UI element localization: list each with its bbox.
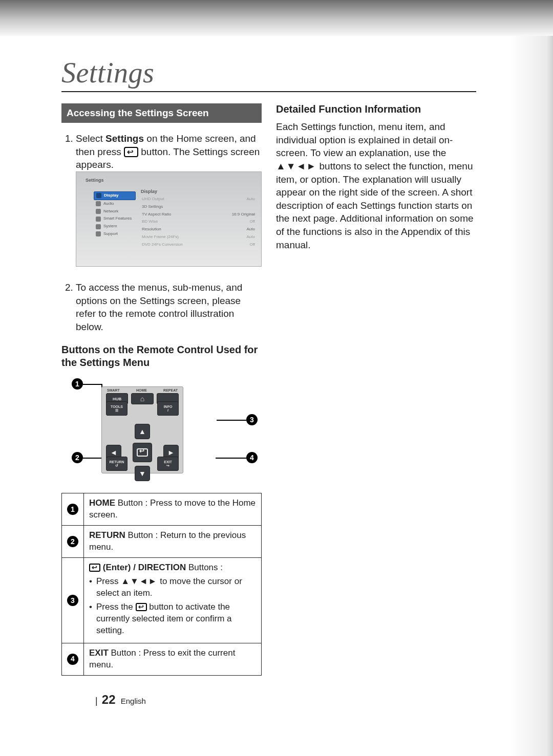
tv-row-label: TV Aspect Ratio [142, 212, 171, 218]
row-bold: HOME [89, 498, 115, 508]
tools-button: TOOLS☰ [106, 401, 127, 416]
tv-sidebar-label: Audio [103, 201, 114, 207]
row-text: Button : Press to exit the current menu. [89, 648, 235, 669]
callout-line [217, 420, 246, 421]
page-number: 22 [102, 693, 116, 706]
exit-button: EXIT↪ [157, 457, 179, 471]
page-shadow-top [0, 0, 553, 36]
row-number: 4 [67, 654, 78, 665]
table-row: 2 RETURN Button : Return to the previous… [62, 526, 262, 558]
tv-sidebar-item-support: Support [94, 230, 136, 238]
tv-row: BD WiseOff [141, 218, 256, 226]
label-smart: SMART [107, 388, 120, 392]
row-number: 3 [67, 595, 78, 606]
exit-icon: ↪ [166, 464, 169, 468]
bullet-text: Press the [96, 602, 136, 612]
step-1: Select Settings on the Home screen, and … [76, 132, 262, 267]
network-icon [96, 209, 101, 214]
tv-row: Movie Frame (24Fs)Auto [141, 233, 256, 241]
row-bold: EXIT [89, 648, 109, 658]
tv-row-value: Off [249, 242, 255, 248]
bullet-text: Press [96, 576, 121, 586]
tv-sidebar-item-smart: Smart Features [94, 215, 136, 223]
tv-row-value: 16:9 Original [232, 212, 255, 218]
page-shadow-right [492, 36, 553, 756]
tv-row-label: DVD 24Fs Conversion [142, 242, 183, 248]
footer-language: English [121, 697, 146, 705]
remote-subheading: Buttons on the Remote Control Used for t… [61, 343, 262, 369]
tv-row-label: BD Wise [142, 219, 158, 225]
enter-icon [136, 603, 147, 611]
tv-sidebar-label: Network [103, 209, 118, 214]
tv-sidebar-item-network: Network [94, 208, 136, 215]
right-heading: Detailed Function Information [276, 103, 476, 115]
enter-icon [137, 448, 148, 457]
tv-row: 3D Settings [141, 203, 256, 211]
row-number: 1 [67, 504, 78, 515]
tv-sidebar-label: System [103, 224, 117, 229]
callout-line [83, 384, 101, 385]
steps-list: Select Settings on the Home screen, and … [61, 132, 262, 333]
tv-row-label: Movie Frame (24Fs) [142, 234, 179, 240]
callout-4: 4 [246, 452, 258, 463]
tools-icon: ☰ [115, 408, 118, 413]
remote-illustration: 1 2 3 4 SMART HOME REPEAT [61, 377, 262, 480]
enter-button [133, 443, 152, 462]
info-icon: i [167, 408, 168, 412]
step-2: To access the menus, sub-menus, and opti… [76, 281, 262, 334]
home-button: ⌂ [131, 393, 153, 404]
audio-icon [96, 201, 101, 206]
tv-row: ResolutionAuto [141, 226, 256, 233]
bullet-1: Press ▲▼◄► to move the cursor or select … [89, 576, 256, 599]
direction-arrows-icon: ▲▼◄► [276, 161, 316, 171]
return-label: RETURN [109, 460, 124, 464]
table-row: 1 HOME Button : Press to move to the Hom… [62, 493, 262, 526]
tv-row-value: Auto [247, 234, 255, 240]
tv-row: DVD 24Fs ConversionOff [141, 241, 256, 249]
label-repeat: REPEAT [163, 388, 178, 392]
tv-sidebar-label: Smart Features [103, 216, 132, 222]
tv-title: Settings [86, 177, 258, 183]
return-icon: ↺ [115, 464, 118, 468]
exit-label: EXIT [164, 460, 172, 464]
table-row: 3 (Enter) / DIRECTION Buttons : Press ▲▼… [62, 558, 262, 643]
page-title: Settings [61, 56, 476, 92]
tv-main-title: Display [141, 188, 256, 195]
remote-body: SMART HOME REPEAT HUB ⌂ TOOLS☰ INFOi [101, 386, 183, 473]
remote-buttons-table: 1 HOME Button : Press to move to the Hom… [61, 493, 262, 675]
tv-row: UHD OutputAuto [141, 196, 256, 203]
tv-row-label: Resolution [142, 227, 161, 232]
callout-2: 2 [72, 452, 83, 463]
right-text-b: buttons to select the function, menu ite… [276, 161, 474, 250]
tv-sidebar-item-display: Display [94, 191, 136, 200]
down-button: ▼ [135, 466, 150, 481]
label-home: HOME [136, 388, 147, 392]
support-icon [96, 231, 101, 236]
return-button: RETURN↺ [106, 457, 127, 471]
right-text-a: Each Settings function, menu item, and i… [276, 121, 453, 158]
tv-row: TV Aspect Ratio16:9 Original [141, 211, 256, 219]
enter-icon [124, 147, 138, 157]
tv-sidebar-label: Display [104, 193, 118, 199]
tv-main-panel: Display UHD OutputAuto 3D Settings TV As… [141, 188, 256, 249]
table-row: 4 EXIT Button : Press to exit the curren… [62, 643, 262, 675]
callout-1: 1 [72, 378, 83, 390]
settings-screen-illustration: Settings Display Audio Network Smart Fea… [76, 171, 262, 267]
tv-row-value: Off [249, 219, 255, 225]
footer-bar: | [95, 696, 98, 706]
row-number: 2 [67, 536, 78, 547]
tv-sidebar-item-system: System [94, 223, 136, 230]
row-bold: RETURN [89, 530, 125, 540]
smart-icon [96, 217, 101, 222]
tv-row-value: Auto [247, 227, 255, 232]
info-label: INFO [164, 405, 173, 408]
row-title-text: Buttons : [186, 563, 223, 572]
enter-icon [89, 564, 100, 572]
callout-line [216, 458, 246, 459]
row-title-bold: (Enter) / DIRECTION [103, 563, 186, 572]
up-button: ▲ [135, 424, 150, 439]
info-button: INFOi [157, 401, 179, 416]
right-body: Each Settings function, menu item, and i… [276, 120, 476, 251]
callout-3: 3 [246, 414, 258, 425]
system-icon [96, 224, 101, 229]
